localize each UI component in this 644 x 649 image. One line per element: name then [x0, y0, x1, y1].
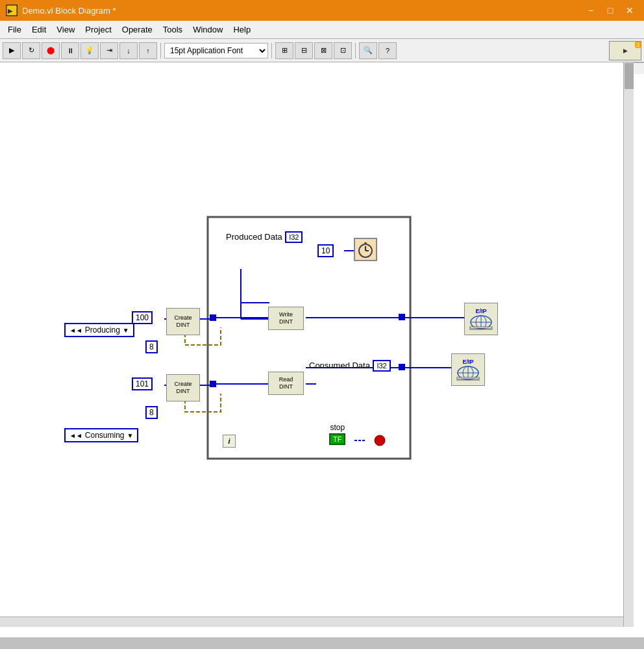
menu-operate[interactable]: Operate: [117, 23, 158, 36]
create-dint-node-1: CreateDINT: [166, 308, 200, 335]
help-button[interactable]: ?: [378, 42, 397, 59]
separator3: [355, 43, 356, 58]
vertical-scrollbar[interactable]: [623, 62, 634, 627]
eip-node-2: E/IP: [451, 353, 485, 386]
lv-logo: ▶: [6, 5, 18, 16]
create-dint-node-2: CreateDINT: [166, 374, 200, 401]
menu-file[interactable]: File: [3, 23, 27, 36]
stop-label: stop: [329, 423, 345, 432]
menu-edit[interactable]: Edit: [27, 23, 51, 36]
horizontal-scrollbar[interactable]: [0, 617, 623, 627]
align-button[interactable]: ⊞: [275, 42, 293, 59]
search-button[interactable]: 🔍: [359, 42, 377, 59]
reorder-button[interactable]: ⊡: [334, 42, 352, 59]
read-dint-node: ReadDINT: [268, 372, 304, 395]
pause-button[interactable]: ⏸: [61, 42, 79, 59]
maximize-button[interactable]: □: [601, 3, 619, 18]
badge-vi-text: ▶: [623, 47, 628, 54]
badge-area: ▶ 3: [609, 41, 641, 60]
step-out-button[interactable]: ↑: [139, 42, 157, 59]
diagram-canvas[interactable]: Produced Data I32 10 100 Cre: [0, 62, 634, 627]
produced-data-label: Produced Data I32: [226, 230, 303, 243]
separator2: [271, 43, 272, 58]
stop-control-area: stop TF: [329, 423, 345, 445]
svg-rect-2: [208, 217, 410, 459]
svg-rect-11: [399, 314, 405, 320]
abort-button[interactable]: ⬤: [42, 42, 60, 59]
value-8-const-1[interactable]: 8: [145, 340, 158, 353]
vi-icon-badge: ▶ 3: [609, 41, 641, 60]
close-button[interactable]: ✕: [621, 3, 639, 18]
info-icon[interactable]: i: [223, 435, 236, 448]
i32-box-1: I32: [285, 231, 303, 243]
value-8-const-2[interactable]: 8: [145, 406, 158, 419]
menu-help[interactable]: Help: [228, 23, 256, 36]
run-continuously-button[interactable]: ↻: [22, 42, 40, 59]
svg-point-24: [375, 435, 385, 446]
consuming-control[interactable]: ◄◄ Consuming ▼: [64, 428, 138, 442]
app-icon: ▶: [5, 4, 18, 17]
timer-icon: [354, 238, 377, 261]
write-dint-node: WriteDINT: [268, 307, 304, 330]
value-100-const[interactable]: 100: [132, 311, 153, 324]
value-10-const[interactable]: 10: [317, 244, 334, 257]
window-controls: − □ ✕: [582, 3, 639, 18]
svg-rect-8: [210, 314, 216, 321]
wire-overlay: [0, 62, 634, 627]
run-button[interactable]: ▶: [3, 42, 21, 59]
step-over-button[interactable]: ⇥: [100, 42, 118, 59]
menu-window[interactable]: Window: [188, 23, 228, 36]
svg-rect-19: [399, 364, 405, 370]
minimize-button[interactable]: −: [582, 3, 600, 18]
eip-node-1: E/IP: [464, 303, 498, 335]
value-101-const[interactable]: 101: [132, 377, 153, 390]
window-title: Demo.vi Block Diagram *: [22, 6, 582, 16]
resize-button[interactable]: ⊠: [314, 42, 332, 59]
svg-text:▶: ▶: [8, 8, 13, 14]
badge-count: 3: [635, 42, 641, 48]
tf-box[interactable]: TF: [329, 433, 345, 445]
menu-project[interactable]: Project: [80, 23, 116, 36]
i32-box-2: I32: [373, 360, 390, 372]
svg-rect-34: [469, 326, 493, 330]
distribute-button[interactable]: ⊟: [295, 42, 313, 59]
titlebar: ▶ Demo.vi Block Diagram * − □ ✕: [0, 0, 644, 21]
stop-row: TF: [329, 433, 345, 445]
consumed-data-label: Consumed Data I32: [309, 359, 391, 372]
separator1: [160, 43, 161, 58]
menubar: File Edit View Project Operate Tools Win…: [0, 21, 644, 39]
highlight-button[interactable]: 💡: [80, 42, 99, 59]
toolbar: ▶ ↻ ⬤ ⏸ 💡 ⇥ ↓ ↑ 15pt Application Font ⊞ …: [0, 39, 644, 62]
step-into-button[interactable]: ↓: [119, 42, 138, 59]
svg-rect-15: [210, 381, 216, 387]
svg-rect-40: [456, 377, 480, 381]
font-select[interactable]: 15pt Application Font: [164, 43, 268, 58]
producing-control[interactable]: ◄◄ Producing ▼: [64, 323, 134, 337]
panel-area: Produced Data I32 10 100 Cre: [0, 62, 644, 637]
vscroll-thumb[interactable]: [625, 63, 634, 89]
menu-tools[interactable]: Tools: [158, 23, 188, 36]
menu-view[interactable]: View: [51, 23, 80, 36]
